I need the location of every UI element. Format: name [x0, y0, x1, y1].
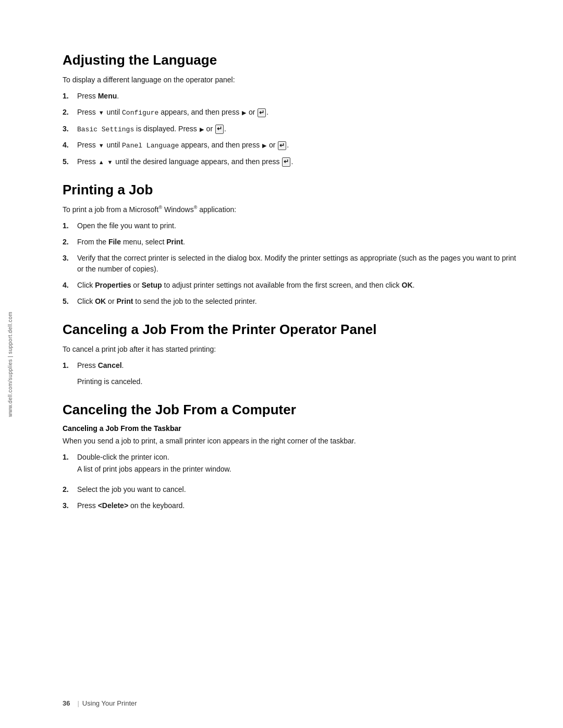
arrow-right-icon: ▶: [242, 108, 246, 117]
step-4-print: 4. Click Properties or Setup to adjust p…: [63, 280, 521, 291]
step-number: 2.: [63, 484, 77, 495]
step-3-cancel-comp: 3. Press <Delete> on the keyboard.: [63, 500, 521, 511]
arrow-up-icon: ▲: [99, 158, 104, 167]
arrow-down-icon: ▼: [99, 108, 104, 117]
step-number: 1.: [63, 452, 77, 463]
step-number: 3.: [63, 500, 77, 511]
step-content: Press Menu.: [77, 91, 521, 102]
step-content: Press ▼ until Configure appears, and the…: [77, 107, 521, 118]
arrow-right-icon: ▶: [262, 141, 266, 150]
footer-divider: |: [77, 699, 79, 707]
enter-icon: ↵: [215, 125, 224, 134]
step-content: Open the file you want to print.: [77, 220, 521, 231]
step-number: 5.: [63, 296, 77, 307]
step-number: 4.: [63, 280, 77, 291]
step-2-cancel-comp: 2. Select the job you want to cancel.: [63, 484, 521, 495]
step-content: From the File menu, select Print.: [77, 237, 521, 248]
step-content: Press ▼ until Panel Language appears, an…: [77, 140, 521, 151]
side-text: www.dell.com/supplies | support.dell.com: [7, 311, 13, 416]
step-2-print: 2. From the File menu, select Print.: [63, 237, 521, 248]
step-number: 1.: [63, 360, 77, 371]
printing-job-steps: 1. Open the file you want to print. 2. F…: [63, 220, 521, 307]
step-1-lang: 1. Press Menu.: [63, 91, 521, 102]
enter-icon: ↵: [278, 141, 286, 151]
page-number: 36: [63, 699, 70, 707]
step-number: 2.: [63, 107, 77, 118]
step-content: Select the job you want to cancel.: [77, 484, 521, 495]
cancel-taskbar-subtitle: Canceling a Job From the Taskbar: [63, 424, 521, 433]
step-1-cancel-panel: 1. Press Cancel.: [63, 360, 521, 371]
step-number: 1.: [63, 220, 77, 231]
printing-job-title: Printing a Job: [63, 182, 521, 198]
adjusting-language-steps: 1. Press Menu. 2. Press ▼ until Configur…: [63, 91, 521, 167]
step-2-lang: 2. Press ▼ until Configure appears, and …: [63, 107, 521, 118]
enter-icon: ↵: [282, 157, 290, 167]
footer-label: Using Your Printer: [82, 699, 137, 707]
step-content: Press ▲ ▼ until the desired language app…: [77, 156, 521, 167]
section-cancel-computer: Canceling the Job From a Computer Cancel…: [63, 402, 521, 511]
step-content: Press <Delete> on the keyboard.: [77, 500, 521, 511]
page-container: www.dell.com/supplies | support.dell.com…: [0, 0, 563, 728]
cancel-panel-title: Canceling a Job From the Printer Operato…: [63, 322, 521, 338]
step-content: Press Cancel.: [77, 360, 521, 371]
section-printing-job: Printing a Job To print a job from a Mic…: [63, 182, 521, 307]
section-adjusting-language: Adjusting the Language To display a diff…: [63, 52, 521, 167]
cancel-panel-intro: To cancel a print job after it has start…: [63, 344, 521, 355]
step-number: 5.: [63, 156, 77, 167]
step-5-print: 5. Click OK or Print to send the job to …: [63, 296, 521, 307]
cancel-panel-steps: 1. Press Cancel.: [63, 360, 521, 371]
step-number: 2.: [63, 237, 77, 248]
step-1-print: 1. Open the file you want to print.: [63, 220, 521, 231]
cancel-taskbar-steps: 1. Double-click the printer icon. A list…: [63, 452, 521, 511]
step-content: Click Properties or Setup to adjust prin…: [77, 280, 521, 291]
step-number: 4.: [63, 140, 77, 151]
step-3-print: 3. Verify that the correct printer is se…: [63, 253, 521, 275]
step-4-lang: 4. Press ▼ until Panel Language appears,…: [63, 140, 521, 151]
step-content: Double-click the printer icon.: [77, 452, 169, 463]
section-cancel-panel: Canceling a Job From the Printer Operato…: [63, 322, 521, 387]
cancel-computer-title: Canceling the Job From a Computer: [63, 402, 521, 418]
step-number: 1.: [63, 91, 77, 102]
main-content: Adjusting the Language To display a diff…: [63, 52, 521, 686]
page-footer: 36 | Using Your Printer: [63, 699, 521, 707]
step-5-lang: 5. Press ▲ ▼ until the desired language …: [63, 156, 521, 167]
step-number: 3.: [63, 253, 77, 264]
cancel-taskbar-intro: When you send a job to print, a small pr…: [63, 436, 521, 447]
step-sub-note: A list of print jobs appears in the prin…: [77, 464, 231, 475]
step-content: Click OK or Print to send the job to the…: [77, 296, 521, 307]
step-number: 3.: [63, 124, 77, 134]
arrow-down-icon: ▼: [107, 158, 113, 167]
step-1-cancel-comp: 1. Double-click the printer icon. A list…: [63, 452, 521, 479]
cancel-panel-note: Printing is canceled.: [77, 376, 521, 387]
step-content: Verify that the correct printer is selec…: [77, 253, 521, 275]
step-content: Basic Settings is displayed. Press ▶ or …: [77, 124, 521, 135]
enter-icon: ↵: [258, 108, 266, 118]
arrow-down-icon: ▼: [99, 141, 104, 150]
printing-job-intro: To print a job from a Microsoft® Windows…: [63, 204, 521, 215]
step-3-lang: 3. Basic Settings is displayed. Press ▶ …: [63, 124, 521, 135]
adjusting-language-intro: To display a different language on the o…: [63, 75, 521, 85]
arrow-right-icon: ▶: [200, 125, 204, 134]
adjusting-language-title: Adjusting the Language: [63, 52, 521, 68]
